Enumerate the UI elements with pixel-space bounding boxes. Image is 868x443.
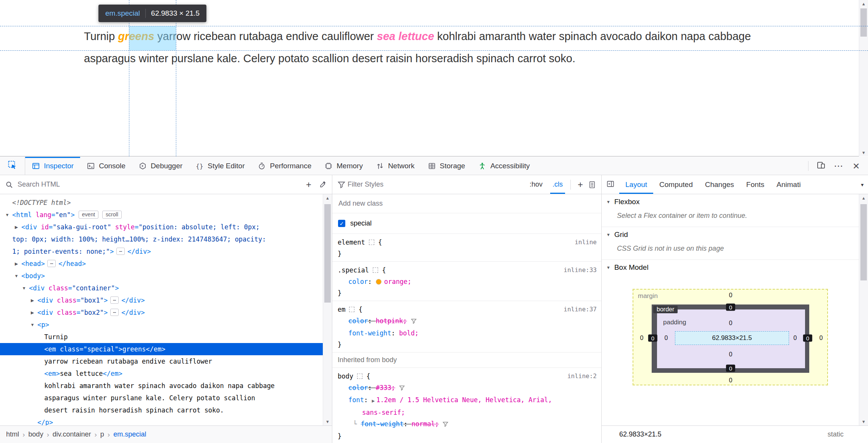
tab-accessibility[interactable]: Accessibility — [472, 157, 536, 175]
markup-scrollbar-thumb[interactable] — [324, 204, 331, 303]
border-top-value[interactable]: 0 — [726, 304, 735, 311]
padding-top-value[interactable]: 0 — [729, 320, 733, 327]
markup-row[interactable]: yarrow ricebean rutabaga endive cauliflo… — [0, 355, 323, 367]
rule-selector[interactable]: em — [338, 306, 345, 313]
collapsed-children-button[interactable]: ⋯ — [110, 296, 119, 304]
tab-network[interactable]: Network — [369, 157, 421, 175]
stylesheet-link[interactable]: inline:33 — [564, 264, 597, 276]
twisty-collapsed-icon[interactable]: ▶ — [13, 258, 20, 270]
node-picker-button[interactable] — [0, 157, 25, 175]
color-swatch[interactable] — [376, 279, 382, 285]
devtools-menu-button[interactable]: ⋯ — [831, 158, 847, 174]
class-checkbox[interactable]: ✓ — [338, 220, 345, 227]
scroll-up-icon[interactable]: ▲ — [323, 194, 332, 202]
markup-row[interactable]: ▼<html lang="en">eventscroll — [0, 209, 323, 221]
css-declaration[interactable]: color: hotpink; — [338, 315, 596, 327]
markup-row[interactable]: desert raisin horseradish spinach carrot… — [0, 404, 323, 416]
scroll-up-icon[interactable]: ▲ — [859, 0, 868, 8]
class-panel-button[interactable]: .cls — [549, 175, 567, 194]
markup-row[interactable]: asparagus winter purslane kale. Celery p… — [0, 392, 323, 404]
margin-left-value[interactable]: 0 — [640, 335, 644, 342]
devtools-close-button[interactable]: × — [848, 158, 864, 174]
layout-scrollbar-thumb[interactable] — [860, 204, 867, 280]
selector-highlighter-icon[interactable] — [373, 267, 378, 273]
tab-console[interactable]: Console — [80, 157, 132, 175]
markup-row[interactable]: ▼<body> — [0, 270, 323, 282]
box-model-content[interactable]: 62.9833×21.5 — [675, 331, 789, 345]
grid-section-header[interactable]: ▼ Grid — [602, 227, 859, 242]
pseudo-class-button[interactable]: :hov — [526, 175, 546, 194]
tab-overflow-button[interactable]: ▾ — [857, 175, 867, 194]
padding-right-value[interactable]: 0 — [794, 335, 797, 342]
flexbox-section-header[interactable]: ▼ Flexbox — [602, 194, 859, 209]
margin-bottom-value[interactable]: 0 — [729, 377, 733, 384]
page-scrollbar[interactable]: ▲ ▼ — [859, 0, 868, 156]
scroll-up-icon[interactable]: ▲ — [859, 194, 868, 202]
selector-highlighter-icon[interactable] — [357, 374, 362, 379]
tab-storage[interactable]: Storage — [421, 157, 472, 175]
scroll-badge[interactable]: scroll — [102, 211, 122, 219]
event-badge[interactable]: event — [79, 211, 98, 219]
selector-highlighter-icon[interactable] — [369, 240, 374, 245]
scroll-down-icon[interactable]: ▼ — [859, 149, 868, 156]
css-declaration[interactable]: └ font-weight: normal; — [338, 418, 596, 430]
rule-selector[interactable]: body — [338, 372, 353, 380]
sidebar-tab-changes[interactable]: Changes — [699, 175, 740, 194]
box-model-margin-layer[interactable]: margin border padding 62.9833×21.5 0 0 0… — [633, 289, 828, 385]
twisty-expanded-icon[interactable]: ▼ — [4, 209, 11, 221]
selector-highlighter-icon[interactable] — [349, 307, 354, 312]
tab-performance[interactable]: Performance — [251, 157, 318, 175]
markup-row[interactable]: ▶<div id="saka-gui-root" style="position… — [0, 221, 323, 233]
markup-row[interactable]: <!DOCTYPE html> — [0, 197, 323, 209]
margin-right-value[interactable]: 0 — [820, 335, 823, 342]
stylesheet-link[interactable]: inline — [575, 237, 597, 248]
scroll-down-icon[interactable]: ▼ — [859, 418, 868, 425]
border-bottom-value[interactable]: 0 — [726, 365, 735, 372]
tab-memory[interactable]: Memory — [318, 157, 369, 175]
sidebar-tab-computed[interactable]: Computed — [653, 175, 699, 194]
sidebar-tab-fonts[interactable]: Fonts — [740, 175, 771, 194]
rule-selector[interactable]: element — [338, 238, 365, 246]
overridden-filter-icon[interactable] — [411, 316, 417, 327]
markup-row[interactable]: Turnip — [0, 331, 323, 343]
print-media-button[interactable] — [588, 181, 596, 188]
overridden-filter-icon[interactable] — [399, 383, 405, 394]
padding-left-value[interactable]: 0 — [665, 335, 668, 342]
breadcrumb-item[interactable]: div.container — [53, 430, 91, 438]
markup-row[interactable]: kohlrabi amaranth water spinach avocado … — [0, 380, 323, 392]
markup-row[interactable]: 1; pointer-events: none;">⋯</div> — [0, 245, 323, 258]
breadcrumb-item[interactable]: em.special — [113, 430, 146, 438]
border-left-value[interactable]: 0 — [648, 335, 657, 342]
markup-row-selected[interactable]: <em class="special">greens</em> — [0, 343, 323, 355]
css-declaration[interactable]: font-weight: bold; — [338, 327, 596, 339]
expand-shorthand-icon[interactable]: ▶ — [372, 399, 375, 403]
stylesheet-link[interactable]: inline:37 — [564, 304, 597, 315]
add-node-button[interactable]: + — [303, 179, 314, 190]
page-scrollbar-thumb[interactable] — [860, 8, 867, 37]
markup-row[interactable]: top: 0px; width: 100%; height…100%; z-in… — [0, 233, 323, 245]
collapsed-children-button[interactable]: ⋯ — [110, 309, 119, 316]
breadcrumb-item[interactable]: html — [6, 430, 19, 438]
twisty-expanded-icon[interactable]: ▼ — [21, 282, 27, 294]
stylesheet-link[interactable]: inline:2 — [567, 371, 597, 382]
border-right-value[interactable]: 0 — [803, 335, 812, 342]
overridden-filter-icon[interactable] — [443, 419, 448, 430]
tab-debugger[interactable]: Debugger — [132, 157, 189, 175]
search-input[interactable] — [18, 180, 298, 188]
layout-scrollbar[interactable]: ▲ ▼ — [859, 194, 868, 425]
css-declaration[interactable]: font: ▶1.2em / 1.5 Helvetica Neue, Helve… — [338, 394, 596, 407]
markup-row[interactable]: ▶<div class="box1">⋯</div> — [0, 294, 323, 306]
tab-inspector[interactable]: Inspector — [25, 157, 80, 175]
sidebar-tab-animati[interactable]: Animati — [770, 175, 807, 194]
markup-row[interactable]: ▼<p> — [0, 319, 323, 331]
sidebar-tab-layout[interactable]: Layout — [619, 175, 653, 194]
markup-row[interactable]: ▶<head>⋯</head> — [0, 258, 323, 270]
markup-row[interactable]: ▼<div class="container"> — [0, 282, 323, 294]
responsive-design-button[interactable] — [813, 158, 829, 174]
three-pane-toggle-button[interactable] — [602, 175, 619, 194]
twisty-collapsed-icon[interactable]: ▶ — [29, 306, 36, 319]
twisty-collapsed-icon[interactable]: ▶ — [13, 221, 20, 233]
markup-row[interactable]: ▶<div class="box2">⋯</div> — [0, 306, 323, 319]
collapsed-children-button[interactable]: ⋯ — [116, 248, 125, 255]
box-model-section-header[interactable]: ▼ Box Model — [602, 260, 859, 275]
